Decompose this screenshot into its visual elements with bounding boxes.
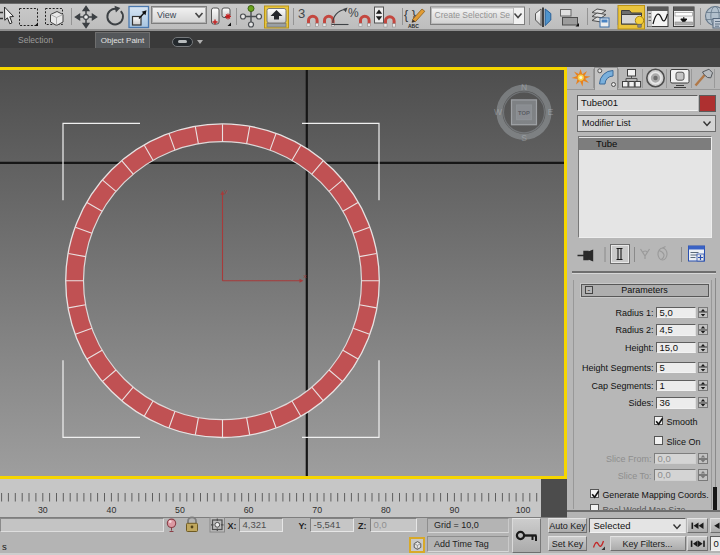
- svg-text:40: 40: [107, 505, 117, 515]
- svg-text:E: E: [548, 107, 554, 117]
- svg-text:70: 70: [312, 505, 322, 515]
- svg-text:y: y: [225, 187, 228, 193]
- svg-text:80: 80: [381, 505, 391, 515]
- svg-text:TOP: TOP: [518, 109, 530, 115]
- svg-text:N: N: [521, 82, 527, 92]
- svg-text:x: x: [303, 272, 306, 278]
- svg-text:Create Selection Se: Create Selection Se: [435, 10, 511, 20]
- svg-text:View: View: [157, 10, 177, 20]
- svg-text:60: 60: [244, 505, 254, 515]
- svg-text:%: %: [348, 6, 359, 20]
- svg-text:30: 30: [38, 505, 48, 515]
- svg-text:100: 100: [516, 505, 531, 515]
- svg-text:3: 3: [298, 6, 305, 21]
- svg-text:S: S: [521, 132, 527, 142]
- svg-text:W: W: [494, 107, 502, 117]
- svg-text:50: 50: [175, 505, 185, 515]
- svg-text:ABC: ABC: [408, 23, 419, 29]
- svg-text:90: 90: [450, 505, 460, 515]
